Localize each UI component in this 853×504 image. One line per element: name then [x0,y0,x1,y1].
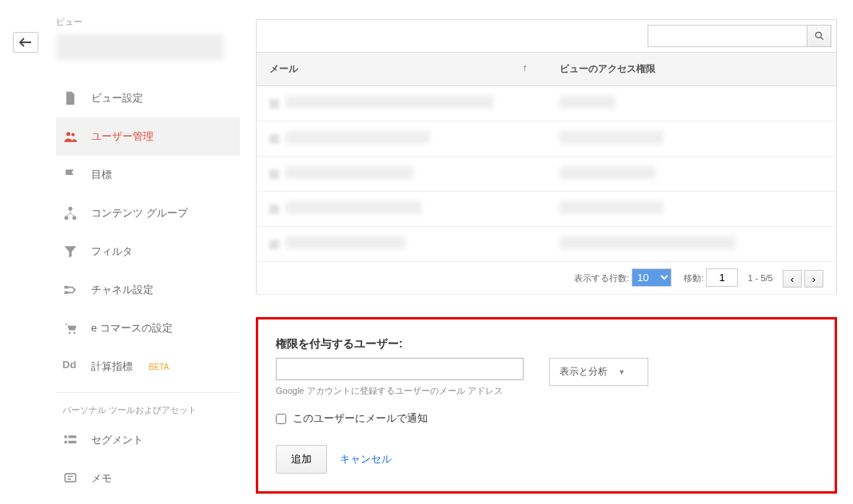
goto-page-input[interactable] [706,268,738,287]
memo-icon [62,470,78,486]
users-table: メール ↑ ビューのアクセス権限 表示する行数: 10 移動: [256,52,837,295]
search-input[interactable] [648,25,807,47]
notify-user-checkbox[interactable] [276,414,286,424]
sidebar-item-user-management[interactable]: ユーザー管理 [56,117,240,156]
sidebar: ビュー ビュー設定 ユーザー管理 目標 コンテンツ グループ フィルタ チャネル… [0,0,240,504]
segment-icon [62,432,78,448]
svg-point-1 [71,133,74,136]
sidebar-item-goals[interactable]: 目標 [56,156,240,194]
channel-icon [62,282,78,298]
back-button[interactable] [13,32,38,53]
dd-icon: Dd [62,359,78,375]
column-access[interactable]: ビューのアクセス権限 [547,53,837,86]
svg-point-17 [815,32,821,38]
table-row[interactable] [257,121,837,157]
rows-per-page-select[interactable]: 10 [632,268,672,287]
sidebar-item-label: e コマースの設定 [91,321,173,335]
next-page-button[interactable]: › [804,270,823,288]
cart-icon [62,320,78,336]
table-row[interactable] [257,157,837,192]
column-email[interactable]: メール ↑ [257,53,547,86]
sidebar-item-channel-settings[interactable]: チャネル設定 [56,271,240,309]
table-row[interactable] [257,227,837,262]
view-name-redacted [56,34,224,60]
goto-label: 移動: [684,273,704,283]
table-pager: 表示する行数: 10 移動: 1 - 5/5 ‹ › [257,262,837,295]
sort-ascending-icon: ↑ [523,62,528,73]
svg-point-3 [65,216,69,220]
hierarchy-icon [62,205,78,221]
svg-point-7 [69,332,71,335]
document-icon [62,90,78,106]
table-row[interactable] [257,192,837,227]
svg-rect-10 [69,435,77,438]
sidebar-item-label: メモ [91,471,112,486]
users-icon [62,129,78,145]
search-button[interactable] [807,25,831,47]
sidebar-item-label: 計算指標 [91,359,133,374]
personal-tools-header: パーソナル ツールおよびアセット [56,392,240,421]
cancel-link[interactable]: キャンセル [340,452,392,466]
permission-select[interactable]: 表示と分析 ▼ [549,358,648,386]
svg-point-0 [66,132,70,136]
prev-page-button[interactable]: ‹ [783,270,802,288]
back-arrow-icon [19,38,32,47]
svg-rect-11 [65,441,67,443]
sidebar-item-filters[interactable]: フィルタ [56,232,240,271]
svg-point-8 [74,332,76,335]
column-label: メール [269,63,298,74]
sidebar-item-label: ビュー設定 [91,91,143,105]
notify-label: このユーザーにメールで通知 [293,411,428,426]
add-user-title: 権限を付与するユーザー: [276,337,817,351]
sidebar-item-label: セグメント [91,433,143,447]
sidebar-item-ecommerce-settings[interactable]: e コマースの設定 [56,309,240,347]
svg-rect-12 [69,441,77,443]
svg-point-4 [73,216,77,220]
sidebar-item-segments[interactable]: セグメント [56,421,240,459]
rows-per-page-label: 表示する行数: [574,273,629,283]
main-content: メール ↑ ビューのアクセス権限 表示する行数: 10 移動: [240,0,853,504]
column-label: ビューのアクセス権限 [560,63,656,74]
add-button[interactable]: 追加 [276,445,327,474]
page-range: 1 - 5/5 [748,273,773,283]
view-heading: ビュー [56,16,240,28]
funnel-icon [62,244,78,260]
table-row[interactable] [257,86,837,121]
search-icon [814,30,825,42]
sidebar-item-label: ユーザー管理 [91,129,153,144]
svg-rect-9 [65,435,67,438]
sidebar-item-attribution-models[interactable]: アトリビューション モデル [56,498,240,504]
flag-icon [62,167,78,183]
beta-badge: BETA [149,363,169,371]
sidebar-item-annotations[interactable]: メモ [56,459,240,498]
sidebar-item-content-grouping[interactable]: コンテンツ グループ [56,194,240,232]
sidebar-item-label: チャネル設定 [91,283,153,297]
sidebar-item-label: コンテンツ グループ [91,206,188,220]
email-hint: Google アカウントに登録するユーザーのメール アドレス [276,385,524,397]
permission-select-label: 表示と分析 [560,366,608,377]
add-user-panel: 権限を付与するユーザー: Google アカウントに登録するユーザーのメール ア… [256,317,837,494]
sidebar-item-label: 目標 [91,168,112,182]
sidebar-item-view-settings[interactable]: ビュー設定 [56,79,240,117]
search-bar [256,19,837,52]
svg-rect-6 [65,292,69,294]
sidebar-item-calculated-metrics[interactable]: Dd 計算指標 BETA [56,347,240,386]
chevron-down-icon: ▼ [618,368,625,376]
svg-rect-13 [65,474,75,482]
svg-rect-5 [65,286,69,288]
svg-point-2 [69,207,73,211]
user-email-input[interactable] [276,358,524,380]
sidebar-item-label: フィルタ [91,244,133,259]
